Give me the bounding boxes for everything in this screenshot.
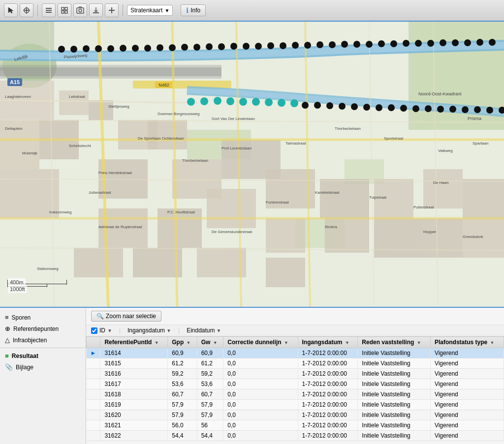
- select-tool-button[interactable]: [4, 3, 18, 17]
- gw-col-header[interactable]: Gw ▼: [197, 337, 223, 348]
- svg-point-117: [193, 44, 200, 51]
- map-selector-dropdown[interactable]: Stratenkaart ▼: [127, 5, 173, 16]
- svg-point-125: [292, 42, 299, 49]
- plafondstatus-col-header[interactable]: Plafondstatus type ▼: [430, 337, 504, 348]
- cell-ingangsdatum: 1-7-2012 0:00:00: [298, 358, 358, 369]
- sidebar-item-sporen[interactable]: ≡ Sporen: [0, 312, 86, 323]
- svg-rect-41: [325, 218, 369, 253]
- svg-point-3: [26, 9, 28, 11]
- svg-point-143: [200, 97, 208, 105]
- sidebar-divider: [0, 348, 86, 348]
- svg-point-162: [437, 106, 444, 113]
- svg-point-161: [425, 105, 432, 112]
- svg-point-146: [239, 98, 247, 106]
- svg-text:Prof Lorentzdaan: Prof Lorentzdaan: [221, 146, 252, 150]
- pan-tool-button[interactable]: [20, 3, 33, 17]
- table-row[interactable]: ►3161460,960,90,01-7-2012 0:00:00Initiel…: [87, 348, 504, 358]
- svg-point-164: [462, 106, 469, 113]
- ingangsdatum-col-header[interactable]: Ingangsdatum ▼: [298, 337, 358, 348]
- cell-referentiePuntId: 31622: [100, 431, 168, 441]
- data-table: ReferentiePuntId ▼ Gpp ▼ Gw ▼ Correcti: [86, 336, 504, 441]
- svg-rect-13: [93, 12, 99, 13]
- table-row[interactable]: 3162254,454,40,01-7-2012 0:00:00Initiele…: [87, 431, 504, 441]
- download-tool-button[interactable]: [89, 3, 103, 17]
- gpp-col-header[interactable]: Gpp ▼: [168, 337, 197, 348]
- col-label: Plafondstatus type: [435, 339, 487, 346]
- svg-point-138: [452, 39, 459, 46]
- svg-text:De Sportlaan Ochtendiaan: De Sportlaan Ochtendiaan: [138, 136, 184, 141]
- svg-point-124: [280, 42, 286, 49]
- scale-1000ft: 1000ft: [10, 286, 25, 292]
- svg-rect-48: [133, 248, 182, 277]
- svg-point-145: [226, 97, 234, 105]
- cell-plafondstatus_type: Vigerend: [430, 400, 504, 410]
- svg-point-142: [187, 98, 195, 106]
- svg-point-121: [243, 43, 250, 50]
- list-tool-button[interactable]: [42, 3, 56, 17]
- cell-gw: 60,7: [197, 389, 223, 400]
- cell-referentiePuntId: 31621: [100, 420, 168, 431]
- row-indicator: ►: [87, 348, 100, 358]
- sidebar-item-bijlage[interactable]: 📎 Bijlage: [0, 361, 86, 373]
- filter-arrow-icon: ▼: [345, 340, 349, 345]
- cell-correctie_dunnelijn: 0,0: [223, 369, 298, 379]
- map-container[interactable]: A15 N482 Lekdijk Plaswijckweg Laaghalerv…: [0, 22, 504, 307]
- cell-gw: 53,6: [197, 379, 223, 389]
- zoom-icon: 🔍: [96, 313, 104, 320]
- cell-referentiePuntId: 31617: [100, 379, 168, 389]
- svg-text:Julianastraat: Julianastraat: [89, 190, 111, 195]
- sidebar: ≡ Sporen ⊕ Referentiepunten △ Infraobjec…: [0, 308, 86, 444]
- table-row[interactable]: 3162057,957,90,01-7-2012 0:00:00Initiele…: [87, 410, 504, 420]
- sidebar-label-resultaat: Resultaat: [12, 353, 38, 359]
- cell-ingangsdatum: 1-7-2012 0:00:00: [298, 348, 358, 358]
- photo-tool-button[interactable]: [73, 3, 87, 17]
- cell-correctie_dunnelijn: 0,0: [223, 431, 298, 441]
- sidebar-item-infraobjecten[interactable]: △ Infraobjecten: [0, 334, 86, 346]
- cell-plafondstatus_type: Vigerend: [430, 410, 504, 420]
- svg-text:Goeman Borgesussweg: Goeman Borgesussweg: [158, 112, 199, 116]
- data-table-container[interactable]: ReferentiePuntId ▼ Gpp ▼ Gw ▼ Correcti: [86, 336, 504, 444]
- svg-point-151: [302, 102, 309, 109]
- cell-gpp: 60,9: [168, 348, 197, 358]
- svg-point-160: [412, 105, 419, 112]
- svg-text:A15: A15: [10, 79, 20, 85]
- cell-gw: 59,2: [197, 369, 223, 379]
- svg-point-132: [378, 40, 385, 47]
- cell-gpp: 60,7: [168, 389, 197, 400]
- table-row[interactable]: 3161860,760,70,01-7-2012 0:00:00Initiele…: [87, 389, 504, 400]
- svg-point-109: [95, 45, 102, 52]
- referentiepuntid-col-header[interactable]: ReferentiePuntId ▼: [100, 337, 168, 348]
- svg-point-115: [169, 44, 176, 51]
- svg-text:Admiraal de Ruyterstraat: Admiraal de Ruyterstraat: [98, 225, 142, 229]
- cell-reden_vaststelling: Initiele Vaststelling: [358, 389, 431, 400]
- table-row[interactable]: 3162156,0560,01-7-2012 0:00:00Initiele V…: [87, 420, 504, 431]
- svg-point-127: [316, 41, 323, 48]
- table-row[interactable]: 3161561,261,20,01-7-2012 0:00:00Initiele…: [87, 358, 504, 369]
- svg-text:Talmastraat: Talmastraat: [285, 141, 306, 146]
- sidebar-item-referentiepunten[interactable]: ⊕ Referentiepunten: [0, 323, 86, 334]
- svg-rect-47: [74, 248, 123, 277]
- sidebar-item-resultaat[interactable]: ■ Resultaat: [0, 350, 86, 361]
- correctie-col-header[interactable]: Correctie dunnelijn ▼: [223, 337, 298, 348]
- id-filter-arrow: ▼: [107, 328, 112, 333]
- cell-ingangsdatum: 1-7-2012 0:00:00: [298, 389, 358, 400]
- info-button[interactable]: ℹ Info: [181, 4, 206, 16]
- grid-tool-button[interactable]: [58, 3, 71, 17]
- add-tool-button[interactable]: [105, 3, 119, 17]
- einddatum-filter[interactable]: Einddatum ▼: [187, 327, 221, 334]
- cell-reden_vaststelling: Initiele Vaststelling: [358, 400, 431, 410]
- zoom-to-selection-button[interactable]: 🔍 Zoom naar selectie: [91, 311, 161, 322]
- table-row[interactable]: 3161753,653,60,01-7-2012 0:00:00Initiele…: [87, 379, 504, 389]
- ingangsdatum-filter[interactable]: Ingangsdatum ▼: [127, 327, 171, 334]
- reden-col-header[interactable]: Reden vaststelling ▼: [358, 337, 431, 348]
- zoom-bar: 🔍 Zoom naar selectie: [86, 308, 504, 325]
- referentiepunten-icon: ⊕: [5, 325, 10, 332]
- table-row[interactable]: 3161659,259,20,01-7-2012 0:00:00Initiele…: [87, 369, 504, 379]
- select-all-checkbox[interactable]: [91, 327, 97, 334]
- table-row[interactable]: 3161957,957,90,01-7-2012 0:00:00Initiele…: [87, 400, 504, 410]
- svg-point-107: [70, 46, 77, 53]
- separator-1: [37, 4, 38, 16]
- svg-text:Gort Van Der Lindenlaan: Gort Van Der Lindenlaan: [212, 117, 255, 121]
- svg-text:Riviera: Riviera: [325, 225, 337, 229]
- cell-reden_vaststelling: Initiele Vaststelling: [358, 358, 431, 369]
